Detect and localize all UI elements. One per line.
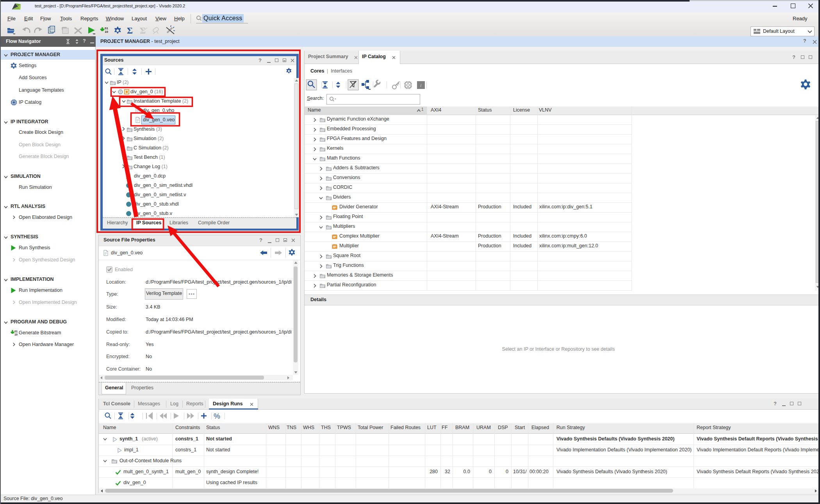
svg-text:i: i [420,82,422,88]
svg-text:Σ: Σ [127,26,133,35]
svg-text:10: 10 [14,333,18,336]
svg-text:%: % [214,412,220,420]
svg-text:01: 01 [14,330,18,333]
svg-text:01: 01 [105,27,108,30]
svg-text:10: 10 [105,30,108,34]
